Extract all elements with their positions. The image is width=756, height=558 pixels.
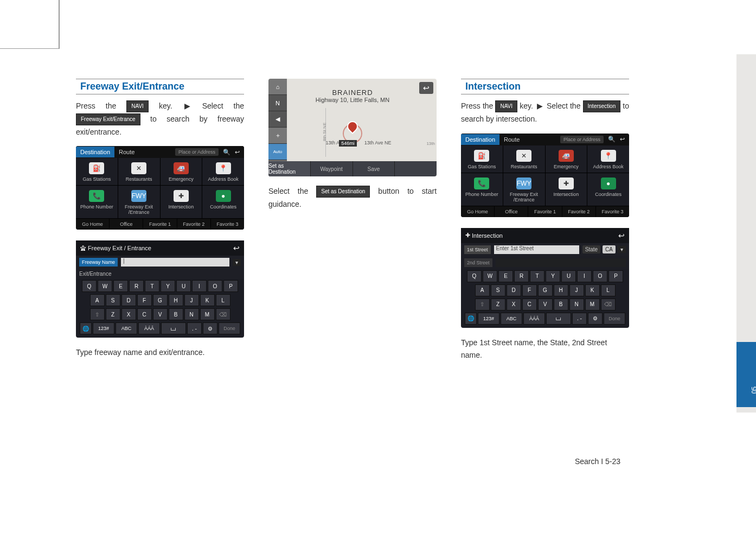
card-coordinates[interactable]: ●Coordinates [202,186,244,219]
key-F[interactable]: F [137,294,152,306]
fav-office[interactable]: Office [495,206,528,217]
search-input[interactable]: Place or Address [175,148,219,156]
key-ÀÁÂ[interactable]: ÀÁÂ [523,313,545,325]
fav-office[interactable]: Office [110,219,143,230]
card-address-book[interactable]: 📍Address Book [587,145,629,173]
key-F[interactable]: F [522,284,537,296]
card-phone-number[interactable]: 📞Phone Number [76,186,118,219]
key-⌫[interactable]: ⌫ [216,308,230,320]
key-␣[interactable]: ⌴ [546,313,571,325]
fav-2[interactable]: Favorite 2 [562,206,596,217]
fav-2[interactable]: Favorite 2 [177,219,211,230]
key-W[interactable]: W [483,270,497,282]
key-S[interactable]: S [491,284,505,296]
key-B[interactable]: B [169,308,183,320]
search-icon[interactable]: 🔍 [223,149,230,156]
first-street-input[interactable]: Enter 1st Street [494,245,579,254]
key-123#[interactable]: 123# [478,313,499,325]
map-waypoint-button[interactable]: Waypoint [311,161,353,176]
key-M[interactable]: M [200,308,215,320]
back-icon[interactable]: ↩ [235,149,240,156]
key-K[interactable]: K [200,294,215,306]
key-⚙[interactable]: ⚙ [203,322,217,334]
key-X[interactable]: X [507,299,521,310]
tab-route[interactable]: Route [114,147,139,157]
key-ÀÁÂ[interactable]: ÀÁÂ [138,322,160,334]
search-icon[interactable]: 🔍 [608,136,616,143]
key-A[interactable]: A [90,294,105,306]
key-R[interactable]: R [129,280,144,292]
key-Y[interactable]: Y [161,280,175,292]
key-123#[interactable]: 123# [93,322,114,334]
key-M[interactable]: M [585,299,600,310]
key-U[interactable]: U [561,270,576,282]
key-D[interactable]: D [121,294,136,306]
key-Z[interactable]: Z [106,308,120,320]
key-H[interactable]: H [169,294,183,306]
key-⇧[interactable]: ⇧ [475,299,490,310]
card-gas-stations[interactable]: ⛽Gas Stations [76,158,118,186]
key-R[interactable]: R [514,270,529,282]
key-. -[interactable]: . - [187,322,202,334]
card-restaurants[interactable]: ✕Restaurants [503,145,546,173]
key-G[interactable]: G [153,294,168,306]
key-L[interactable]: L [216,294,230,306]
back-icon[interactable]: ↩ [233,244,240,252]
map-zoom-in[interactable]: ＋ [268,128,287,144]
key-J[interactable]: J [184,294,199,306]
key-L[interactable]: L [601,284,616,296]
fav-1[interactable]: Favorite 1 [528,206,562,217]
key-Z[interactable]: Z [491,299,505,310]
key-W[interactable]: W [98,280,112,292]
key-I[interactable]: I [192,280,207,292]
map-mute-button[interactable]: ◀ [268,111,287,128]
card-emergency[interactable]: 🚑Emergency [546,145,588,173]
key-⇧[interactable]: ⇧ [90,308,105,320]
key-O[interactable]: O [208,280,222,292]
key-P[interactable]: P [608,270,623,282]
key-U[interactable]: U [176,280,191,292]
fav-go-home[interactable]: Go Home [461,206,495,217]
back-icon[interactable]: ↩ [620,136,625,143]
map-more-button[interactable] [395,161,437,176]
card-intersection[interactable]: ✚Intersection [546,173,588,206]
key-C[interactable]: C [522,299,537,310]
key-T[interactable]: T [145,280,159,292]
fav-go-home[interactable]: Go Home [76,219,110,230]
key-O[interactable]: O [593,270,607,282]
key-Done[interactable]: Done [219,322,240,334]
dropdown-icon[interactable]: ▾ [618,246,626,253]
second-street-input[interactable] [496,258,626,267]
key-ABC[interactable]: ABC [116,322,137,334]
card-coordinates[interactable]: ●Coordinates [587,173,629,206]
search-input[interactable]: Place or Address [560,136,604,143]
key-B[interactable]: B [554,299,568,310]
key-. -[interactable]: . - [572,313,587,325]
card-restaurants[interactable]: ✕Restaurants [118,158,161,186]
fav-1[interactable]: Favorite 1 [143,219,177,230]
card-freeway-exit-entrance[interactable]: FWYFreeway Exit /Entrance [503,173,546,206]
key-N[interactable]: N [569,299,584,310]
card-address-book[interactable]: 📍Address Book [202,158,244,186]
key-globe[interactable]: 🌐 [465,313,477,325]
key-Y[interactable]: Y [546,270,560,282]
fav-3[interactable]: Favorite 3 [211,219,244,230]
tab-destination[interactable]: Destination [461,134,499,145]
key-A[interactable]: A [475,284,490,296]
card-emergency[interactable]: 🚑Emergency [161,158,203,186]
key-J[interactable]: J [569,284,584,296]
key-V[interactable]: V [538,299,553,310]
key-S[interactable]: S [106,294,120,306]
dropdown-icon[interactable]: ▾ [233,259,241,266]
card-gas-stations[interactable]: ⛽Gas Stations [461,145,503,173]
key-Done[interactable]: Done [604,313,625,325]
tab-destination[interactable]: Destination [76,147,114,157]
card-intersection[interactable]: ✚Intersection [161,186,203,219]
key-N[interactable]: N [184,308,199,320]
key-C[interactable]: C [137,308,152,320]
freeway-name-input[interactable]: | [121,258,229,267]
back-icon[interactable]: ↩ [618,231,625,240]
key-Q[interactable]: Q [467,270,482,282]
key-P[interactable]: P [223,280,238,292]
key-H[interactable]: H [554,284,568,296]
